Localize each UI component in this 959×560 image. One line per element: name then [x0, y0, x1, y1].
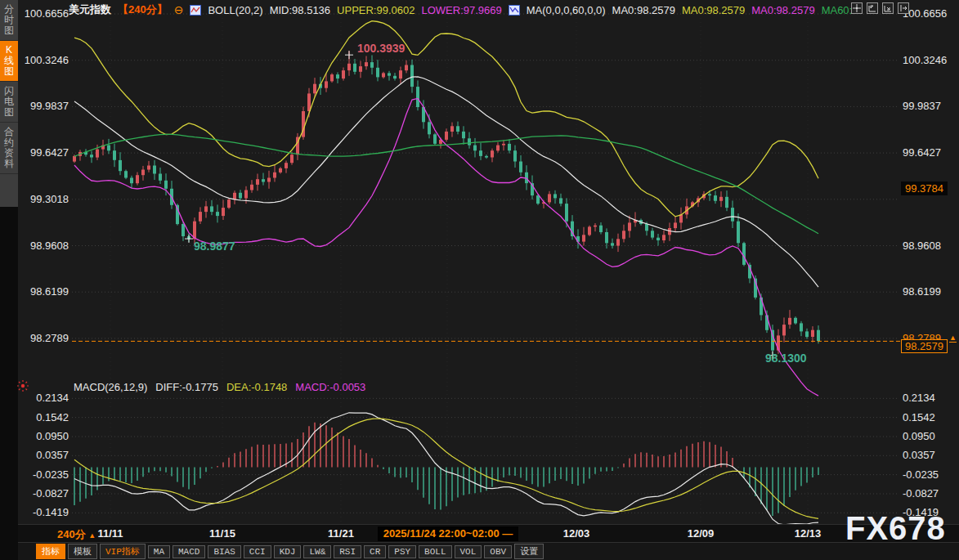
period-badge: 【240分】 — [118, 2, 168, 17]
axis-label: -0.0235 — [903, 468, 959, 481]
ma0-value-1: MA0:98.2579 — [612, 4, 675, 16]
toolbar-button-1[interactable]: 模板 — [68, 544, 97, 559]
axis-label: 98.9608 — [903, 240, 959, 252]
x-axis-strip: 240分 ▲ 2025/11/24 22:00~02:00 — 11/1111/… — [0, 524, 959, 542]
toolbar-button-10[interactable]: CR — [364, 545, 386, 558]
move-tool-icon[interactable] — [851, 2, 863, 14]
axis-label: 0.2134 — [903, 392, 959, 404]
macd-macd-value: MACD:-0.0053 — [295, 381, 365, 393]
macd-header: MACD(26,12,9) DIFF:-0.1775 DEA:-0.1748 M… — [74, 381, 365, 393]
indicator-toolbar: 指标模板VIP指标MAMACDBIASCCIKDJLW&RSICRPSYBOLL… — [0, 542, 959, 560]
toolbar-button-9[interactable]: RSI — [334, 545, 361, 558]
toolbar-button-2[interactable]: VIP指标 — [100, 544, 146, 559]
low-annotation-1: 98.9877 — [194, 240, 235, 253]
live-alert-icon — [16, 379, 29, 396]
boll-mid-value: MID:98.5136 — [270, 4, 330, 16]
axis-label: 100.6656 — [903, 7, 959, 20]
sidebar-tab-3[interactable]: 合约资料 — [0, 123, 18, 174]
axis-label: 0.0357 — [903, 449, 959, 461]
window-controls — [851, 2, 909, 14]
high-annotation: 100.3939 — [357, 42, 405, 55]
toolbar-button-4[interactable]: MACD — [173, 545, 205, 558]
expand-sub-pane-icon[interactable] — [882, 2, 894, 14]
toolbar-button-7[interactable]: KDJ — [274, 545, 302, 558]
ma-label: MA(0,0,0,60,0,0) — [527, 4, 606, 16]
axis-label: 0.1542 — [903, 411, 959, 423]
chart-header: 美元指数 【240分】 ⊖ BOLL(20,2) MID:98.5136 UPP… — [69, 2, 858, 17]
low-annotation-2: 98.1300 — [765, 352, 807, 365]
x-axis-tick: 12/03 — [550, 527, 603, 540]
sidebar-tab-char: 图 — [4, 66, 14, 77]
sidebar-tabs: 分时图K线图闪电图合约资料 — [0, 0, 18, 207]
sidebar-tab-char: 图 — [4, 107, 14, 118]
sidebar-tab-char: 图 — [4, 25, 14, 36]
axis-label: 0.0950 — [903, 430, 959, 442]
axis-label: 100.3246 — [903, 54, 959, 66]
toolbar-button-14[interactable]: OBV — [484, 545, 512, 558]
axis-label: 98.6199 — [903, 285, 959, 298]
toolbar-button-5[interactable]: BIAS — [208, 545, 240, 558]
axis-label: -0.0827 — [903, 487, 959, 500]
ma0-value-2: MA0:98.2579 — [682, 4, 745, 16]
sidebar-tab-char: 料 — [4, 159, 14, 169]
toolbar-button-11[interactable]: PSY — [388, 545, 416, 558]
x-axis-tick: 11/11 — [84, 527, 137, 540]
boll-upper-value: UPPER:99.0602 — [337, 4, 415, 16]
symbol-name: 美元指数 — [69, 2, 111, 17]
zoom-out-icon[interactable]: ⊖ — [174, 3, 184, 16]
toolbar-button-13[interactable]: VOL — [455, 545, 482, 558]
macd-dea-value: DEA:-0.1748 — [226, 381, 287, 393]
ma-indicator-icon — [509, 5, 520, 16]
ma0-value-3: MA0:98.2579 — [751, 4, 814, 16]
x-axis-tick: 11/21 — [315, 527, 367, 540]
sidebar-tab-0[interactable]: 分时图 — [0, 0, 18, 41]
x-axis-tick: 12/13 — [782, 527, 834, 540]
crosshair-date-label: 2025/11/24 22:00~02:00 — — [378, 526, 518, 541]
boll-label: BOLL(20,2) — [208, 4, 262, 16]
toolbar-button-6[interactable]: CCI — [244, 545, 271, 558]
boll-lower-value: LOWER:97.9669 — [421, 4, 501, 16]
sidebar-tab-2[interactable]: 闪电图 — [0, 82, 18, 123]
current-price-box: 98.2579 — [901, 339, 948, 353]
brand-watermark: FX678 — [845, 510, 946, 547]
axis-label: 99.6427 — [903, 146, 959, 159]
prev-settle-marker: 99.3784 — [901, 181, 948, 195]
sidebar-tab-1[interactable]: K线图 — [0, 41, 18, 82]
collapse-panes-icon[interactable] — [898, 2, 909, 14]
toolbar-button-8[interactable]: LW& — [303, 545, 331, 558]
axis-label: 99.9837 — [903, 100, 959, 112]
toolbar-button-12[interactable]: BOLL — [419, 545, 451, 558]
toolbar-button-3[interactable]: MA — [148, 545, 170, 558]
boll-indicator-icon — [190, 5, 201, 16]
macd-diff-value: DIFF:-0.1775 — [155, 381, 218, 393]
sidebar: 分时图K线图闪电图合约资料 — [0, 0, 18, 560]
x-axis-tick: 11/15 — [196, 527, 249, 540]
chart-app: 分时图K线图闪电图合约资料 美元指数 【240分】 ⊖ BOLL(20,2) M… — [0, 0, 959, 560]
macd-title: MACD(26,12,9) — [74, 381, 147, 393]
period-selector-label: 240分 — [57, 528, 86, 540]
scroll-to-price-icon[interactable]: ▲ — [949, 334, 957, 343]
toolbar-button-0[interactable]: 指标 — [36, 544, 65, 559]
toolbar-button-15[interactable]: 设置 — [514, 544, 544, 559]
x-axis-tick: 12/09 — [674, 527, 727, 540]
chart-canvas[interactable] — [0, 0, 959, 560]
expand-main-pane-icon[interactable] — [867, 2, 878, 14]
